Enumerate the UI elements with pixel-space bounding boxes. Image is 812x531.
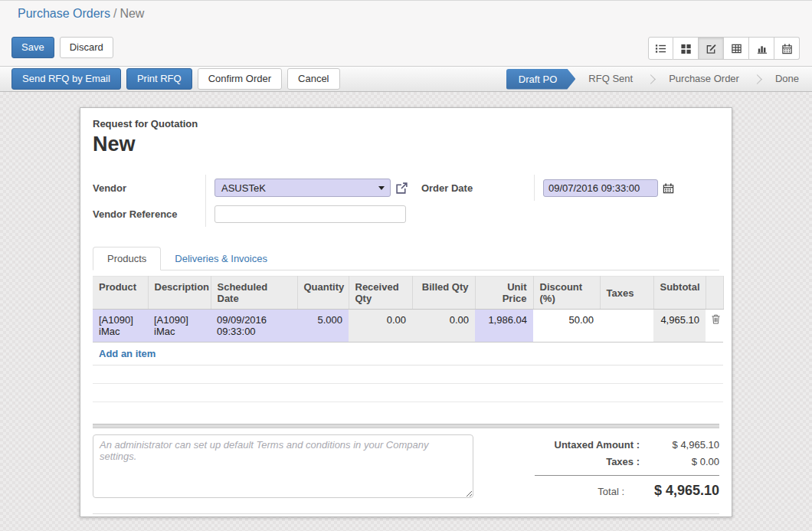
- group-separator: [93, 424, 719, 428]
- statusbar: Send RFQ by Email Print RFQ Confirm Orde…: [0, 66, 812, 92]
- cancel-button[interactable]: Cancel: [287, 68, 339, 90]
- cell-delete: [706, 310, 723, 343]
- pivot-icon[interactable]: [724, 37, 749, 60]
- col-discount[interactable]: Discount (%): [533, 277, 600, 310]
- status-step-draft-po[interactable]: Draft PO: [506, 69, 576, 90]
- cell-taxes[interactable]: [600, 310, 653, 343]
- send-rfq-by-email-button[interactable]: Send RFQ by Email: [11, 68, 121, 90]
- col-scheduled-date[interactable]: Scheduled Date: [211, 277, 297, 310]
- control-panel: Purchase Orders/New Save Discard: [0, 0, 812, 66]
- col-description[interactable]: Description: [148, 277, 211, 310]
- form-icon[interactable]: [699, 37, 724, 60]
- field-group-right: Order Date: [421, 175, 719, 227]
- calendar-icon[interactable]: [663, 182, 674, 194]
- untaxed-amount-label: Untaxed Amount :: [535, 439, 650, 451]
- view-switcher: [648, 37, 800, 60]
- vendor-select-value: ASUSTeK: [221, 182, 266, 194]
- chevron-separator-icon: [752, 74, 762, 84]
- order-date-label: Order Date: [421, 182, 534, 194]
- total-value: $ 4,965.10: [635, 483, 719, 499]
- col-product[interactable]: Product: [93, 277, 148, 310]
- untaxed-amount-row: Untaxed Amount : $ 4,965.10: [535, 439, 719, 451]
- breadcrumb-separator: /: [110, 7, 120, 20]
- graph-icon[interactable]: [749, 37, 774, 60]
- list-icon[interactable]: [648, 37, 673, 60]
- form-sheet: Request for Quotation New Vendor ASUSTeK: [80, 107, 732, 517]
- empty-row: [93, 365, 723, 384]
- table-row[interactable]: [A1090] iMac [A1090] iMac 09/09/2016 09:…: [93, 310, 723, 343]
- col-subtotal[interactable]: Subtotal: [653, 277, 706, 310]
- taxes-value: $ 0.00: [650, 456, 719, 467]
- trash-icon[interactable]: [712, 314, 720, 324]
- cell-scheduled-date[interactable]: 09/09/2016 09:33:00: [211, 310, 297, 343]
- vendor-field-row: Vendor ASUSTeK: [93, 175, 421, 201]
- tab-deliveries-invoices[interactable]: Deliveries & Invoices: [161, 247, 281, 270]
- kanban-icon[interactable]: [673, 37, 699, 60]
- cell-unit-price[interactable]: 1,986.04: [475, 310, 533, 343]
- confirm-order-button[interactable]: Confirm Order: [198, 68, 282, 90]
- order-date-input[interactable]: [543, 179, 658, 197]
- col-quantity[interactable]: Quantity: [297, 277, 349, 310]
- breadcrumb-current: New: [120, 7, 144, 20]
- tab-products[interactable]: Products: [93, 247, 161, 270]
- calendar-icon[interactable]: [774, 37, 800, 60]
- cell-product[interactable]: [A1090] iMac: [93, 310, 148, 343]
- save-button[interactable]: Save: [11, 37, 54, 58]
- table-header-row: Product Description Scheduled Date Quant…: [93, 277, 723, 310]
- sheet-footer-divider: [93, 513, 719, 514]
- col-received-qty[interactable]: Received Qty: [349, 277, 412, 310]
- notebook-tabs: Products Deliveries & Invoices: [93, 246, 719, 270]
- chevron-down-icon: [378, 186, 385, 190]
- cell-subtotal: 4,965.10: [653, 310, 706, 343]
- totals-divider: [535, 475, 719, 476]
- field-group-left: Vendor ASUSTeK Vendor Reference: [93, 175, 421, 227]
- print-rfq-button[interactable]: Print RFQ: [126, 68, 192, 90]
- breadcrumb-purchase-orders[interactable]: Purchase Orders: [18, 7, 110, 20]
- empty-row: [93, 384, 723, 402]
- form-background: Request for Quotation New Vendor ASUSTeK: [0, 92, 812, 531]
- order-lines-table: Product Description Scheduled Date Quant…: [93, 276, 724, 402]
- vendor-label: Vendor: [93, 182, 205, 194]
- vendor-select[interactable]: ASUSTeK: [214, 179, 391, 197]
- chevron-separator-icon: [646, 74, 656, 84]
- vendor-reference-input[interactable]: [214, 205, 406, 223]
- external-link-icon[interactable]: [395, 182, 408, 195]
- field-groups: Vendor ASUSTeK Vendor Reference: [93, 175, 719, 227]
- document-type-label: Request for Quotation: [93, 118, 719, 129]
- status-step-purchase-order[interactable]: Purchase Order: [656, 66, 752, 92]
- total-row: Total : $ 4,965.10: [535, 483, 719, 499]
- statusbar-buttons: Send RFQ by Email Print RFQ Confirm Orde…: [11, 68, 340, 90]
- terms-and-conditions-textarea[interactable]: [93, 434, 473, 498]
- totals-block: Untaxed Amount : $ 4,965.10 Taxes : $ 0.…: [535, 434, 719, 504]
- vendor-reference-field-row: Vendor Reference: [93, 201, 421, 227]
- status-pipeline: Draft PO RFQ Sent Purchase Order Done: [506, 67, 812, 91]
- status-step-rfq-sent[interactable]: RFQ Sent: [575, 66, 646, 92]
- form-toolbar: Save Discard: [11, 37, 113, 58]
- col-delete: [706, 277, 723, 310]
- col-unit-price[interactable]: Unit Price: [475, 277, 533, 310]
- cell-discount[interactable]: 50.00: [533, 310, 600, 343]
- status-step-done[interactable]: Done: [762, 66, 812, 92]
- add-an-item-link[interactable]: Add an item: [99, 348, 156, 359]
- vendor-reference-label: Vendor Reference: [93, 208, 205, 220]
- cell-description[interactable]: [A1090] iMac: [148, 310, 211, 343]
- order-date-field-row: Order Date: [421, 175, 719, 201]
- total-label: Total :: [535, 486, 635, 497]
- cell-quantity[interactable]: 5.000: [297, 310, 349, 343]
- taxes-label: Taxes :: [535, 456, 650, 467]
- taxes-row: Taxes : $ 0.00: [535, 456, 719, 467]
- discard-button[interactable]: Discard: [60, 37, 113, 58]
- breadcrumb: Purchase Orders/New: [18, 7, 144, 21]
- add-item-row: Add an item: [93, 343, 723, 365]
- page-title: New: [93, 133, 719, 156]
- col-billed-qty[interactable]: Billed Qty: [412, 277, 475, 310]
- cell-billed-qty: 0.00: [412, 310, 475, 343]
- col-taxes[interactable]: Taxes: [600, 277, 653, 310]
- cell-received-qty: 0.00: [349, 310, 412, 343]
- footer-section: Untaxed Amount : $ 4,965.10 Taxes : $ 0.…: [93, 434, 719, 504]
- untaxed-amount-value: $ 4,965.10: [650, 439, 719, 451]
